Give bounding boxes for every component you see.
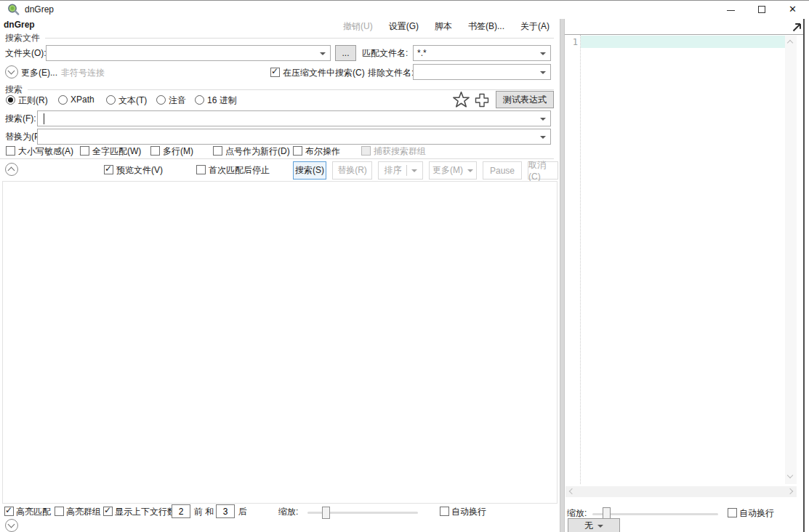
- folder-combobox[interactable]: [46, 45, 331, 61]
- preview-file-checkbox[interactable]: [104, 165, 113, 174]
- horizontal-scrollbar[interactable]: [566, 486, 797, 497]
- chevron-down-icon[interactable]: [597, 525, 603, 528]
- dot-as-newline-label[interactable]: 点号作为新行(D): [225, 145, 290, 158]
- scroll-down-icon[interactable]: [787, 472, 793, 478]
- highlight-matches-label[interactable]: 高亮匹配: [16, 506, 51, 518]
- more-options-link[interactable]: 更多(E)...: [21, 67, 57, 79]
- panel-splitter[interactable]: [560, 19, 565, 532]
- multiline-checkbox[interactable]: [150, 146, 160, 156]
- preview-file-label[interactable]: 预览文件(V): [116, 164, 163, 177]
- dot-as-newline-checkbox[interactable]: [213, 146, 222, 156]
- boolean-operators-checkbox[interactable]: [293, 146, 302, 156]
- scroll-up-icon[interactable]: [787, 40, 793, 46]
- radio-phonetic-label[interactable]: 注音: [169, 94, 186, 107]
- chevron-down-icon[interactable]: [540, 136, 546, 139]
- sort-button-label: 排序: [385, 164, 402, 177]
- search-archives-checkbox[interactable]: [270, 68, 280, 77]
- highlight-groups-label[interactable]: 高亮群组: [66, 506, 101, 518]
- syntax-dropdown-label: 无: [584, 520, 593, 532]
- circle-chevron-down-icon[interactable]: [5, 65, 18, 78]
- replace-with-combobox[interactable]: [37, 129, 551, 145]
- context-after-label: 后: [238, 506, 247, 518]
- case-sensitive-checkbox[interactable]: [6, 146, 15, 156]
- sort-split-button[interactable]: 排序: [378, 161, 423, 180]
- preview-wrap-checkbox[interactable]: [728, 508, 737, 517]
- results-wrap-label[interactable]: 自动换行: [451, 506, 486, 518]
- window-title: dnGrep: [25, 4, 54, 15]
- radio-xpath-label[interactable]: XPath: [71, 94, 94, 105]
- highlight-matches-checkbox[interactable]: [4, 507, 14, 516]
- boolean-operators-label[interactable]: 布尔操作: [305, 145, 340, 158]
- close-icon[interactable]: ✕: [789, 4, 797, 15]
- chevron-down-icon[interactable]: [540, 118, 546, 121]
- match-files-combobox[interactable]: *.*: [413, 45, 551, 61]
- more-dropdown-button[interactable]: 更多(M): [429, 161, 477, 180]
- pause-button[interactable]: Pause: [483, 161, 522, 180]
- menu-undo[interactable]: 撤销(U): [343, 20, 373, 33]
- preview-wrap-label[interactable]: 自动换行: [739, 507, 774, 520]
- case-sensitive-label[interactable]: 大小写敏感(A): [18, 145, 73, 158]
- whole-word-label[interactable]: 全字匹配(W): [92, 145, 141, 158]
- menu-script[interactable]: 脚本: [435, 20, 452, 33]
- file-section-divider: [45, 38, 554, 39]
- test-expression-label: 测试表达式: [503, 94, 547, 106]
- text-caret: [44, 113, 44, 124]
- radio-xpath[interactable]: [58, 95, 68, 105]
- exclude-files-label: 排除文件名:: [368, 67, 414, 79]
- radio-hex[interactable]: [195, 95, 204, 105]
- context-lines-checkbox[interactable]: [103, 507, 113, 516]
- menu-settings[interactable]: 设置(G): [389, 20, 419, 33]
- minimize-icon[interactable]: [727, 10, 735, 11]
- radio-text[interactable]: [106, 95, 116, 105]
- browse-folder-button[interactable]: ...: [335, 45, 356, 61]
- circle-chevron-up-icon[interactable]: [5, 163, 18, 176]
- results-area[interactable]: [2, 181, 558, 504]
- more-button-label: 更多(M): [432, 164, 463, 177]
- results-wrap-checkbox[interactable]: [440, 507, 449, 516]
- scroll-right-icon[interactable]: [787, 488, 793, 494]
- search-for-combobox[interactable]: [37, 110, 551, 126]
- follow-symlinks-label: 非符号连接: [61, 67, 105, 79]
- radio-phonetic[interactable]: [156, 95, 166, 105]
- plus-icon[interactable]: [473, 92, 491, 109]
- chevron-down-icon[interactable]: [467, 169, 473, 172]
- multiline-label[interactable]: 多行(M): [163, 145, 193, 158]
- results-zoom-slider-handle[interactable]: [322, 507, 330, 519]
- chevron-down-icon[interactable]: [540, 71, 546, 74]
- test-expression-button[interactable]: 测试表达式: [496, 91, 554, 108]
- replace-button[interactable]: 替换(R): [332, 161, 372, 180]
- vertical-scrollbar[interactable]: [785, 36, 797, 484]
- chevron-down-icon[interactable]: [320, 52, 326, 55]
- folder-label: 文件夹(O):: [5, 47, 47, 60]
- capture-groups-label: 捕获搜索群组: [374, 145, 426, 158]
- scroll-left-icon[interactable]: [569, 488, 575, 494]
- chevron-down-icon[interactable]: [540, 52, 546, 55]
- radio-hex-label[interactable]: 16 进制: [207, 94, 237, 107]
- menu-about[interactable]: 关于(A): [520, 20, 550, 33]
- whole-word-checkbox[interactable]: [80, 146, 89, 156]
- syntax-dropdown-button[interactable]: 无: [568, 518, 620, 532]
- stop-after-first-match-label[interactable]: 首次匹配后停止: [209, 164, 270, 177]
- star-icon[interactable]: [451, 90, 471, 110]
- context-after-input[interactable]: [216, 504, 235, 518]
- stop-after-first-match-checkbox[interactable]: [196, 165, 206, 174]
- app-magnifier-icon: [7, 3, 20, 17]
- chevron-down-icon[interactable]: [411, 169, 417, 172]
- cancel-button[interactable]: 取消(C): [528, 161, 558, 180]
- maximize-icon[interactable]: [758, 6, 765, 13]
- circle-chevron-down-icon[interactable]: [5, 519, 18, 532]
- context-before-input[interactable]: [172, 504, 190, 518]
- radio-regex-label[interactable]: 正则(R): [18, 94, 48, 107]
- exclude-files-combobox[interactable]: [413, 64, 551, 80]
- radio-text-label[interactable]: 文本(T): [118, 94, 147, 107]
- radio-regex[interactable]: [6, 95, 15, 105]
- highlight-groups-checkbox[interactable]: [55, 507, 64, 516]
- preview-zoom-slider-track[interactable]: [592, 513, 718, 515]
- arrow-up-right-icon[interactable]: [791, 21, 803, 33]
- search-archives-label[interactable]: 在压缩文件中搜索(C): [283, 67, 365, 79]
- context-lines-label[interactable]: 显示上下文行数: [115, 506, 176, 518]
- menu-bookmarks[interactable]: 书签(B)...: [468, 20, 504, 33]
- highlighted-line[interactable]: [581, 36, 785, 48]
- search-button[interactable]: 搜索(S): [293, 161, 326, 180]
- browse-folder-label: ...: [342, 48, 349, 58]
